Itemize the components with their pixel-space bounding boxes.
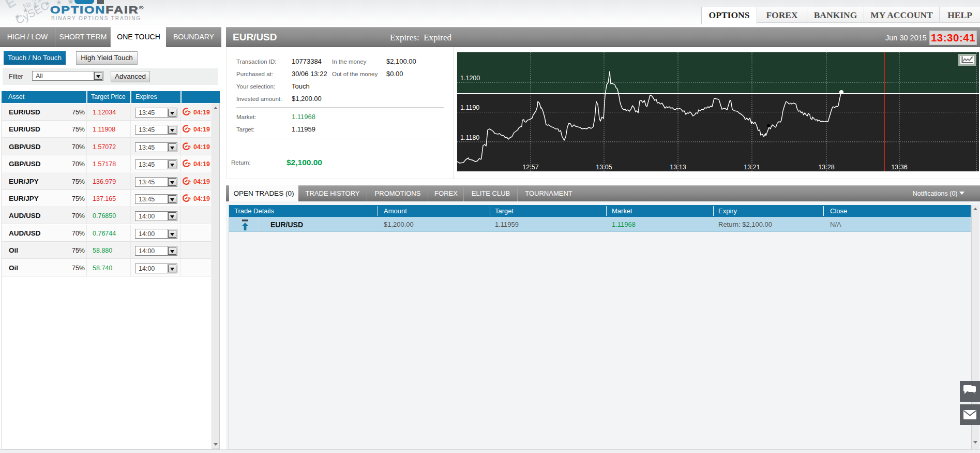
svg-text:1.1180: 1.1180 xyxy=(460,134,479,141)
svg-text:13:05: 13:05 xyxy=(596,164,612,171)
svg-text:13:21: 13:21 xyxy=(744,164,760,171)
svg-text:13:36: 13:36 xyxy=(891,164,907,171)
svg-text:12:57: 12:57 xyxy=(522,164,538,171)
svg-text:13:13: 13:13 xyxy=(670,164,686,171)
svg-text:13:28: 13:28 xyxy=(818,164,834,171)
svg-text:1.1200: 1.1200 xyxy=(460,75,480,82)
svg-text:1.1190: 1.1190 xyxy=(460,104,479,111)
